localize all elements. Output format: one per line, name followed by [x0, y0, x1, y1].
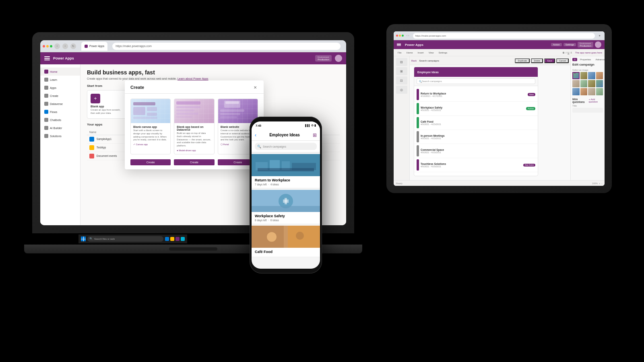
tablet-hamburger-icon[interactable] — [397, 43, 401, 46]
sidebar-item-learn[interactable]: Learn — [40, 76, 80, 84]
align-btn[interactable]: ≡ — [570, 51, 572, 54]
back-label[interactable]: Back — [411, 60, 417, 62]
sidebar-item-chatbots[interactable]: Chatbots — [40, 116, 80, 124]
learn-more-link[interactable]: Learn about Power Apps — [178, 77, 208, 80]
dialog-option-dataverse[interactable]: Blank app based on Dataverse Build an ap… — [174, 99, 214, 154]
tablet-settings-tab[interactable]: Settings — [564, 43, 576, 46]
italic-btn[interactable]: I — [566, 51, 566, 54]
sidebar-item-solutions[interactable]: Solutions — [40, 132, 80, 140]
panel-tab-properties[interactable]: Properties — [578, 58, 592, 61]
phone-card-safety[interactable]: Workplace Safety 8 days left · 6 ideas — [252, 190, 320, 224]
browser-minimize-dot[interactable] — [46, 45, 49, 47]
campaign-item-4[interactable]: In-person Meetings 4/5/2021 - 4/15/2021 — [414, 130, 538, 144]
img-cell-6[interactable] — [580, 80, 588, 87]
search-campaigns-input[interactable]: Search campaigns — [419, 60, 439, 62]
browser-close-dot[interactable] — [43, 45, 45, 47]
tablet-maximize-dot[interactable] — [402, 35, 404, 37]
app-name-link[interactable]: The app name goes here — [575, 51, 602, 54]
campaign-item-3[interactable]: Café Food 4/5/2021 - 4/15/2021 — [414, 116, 538, 130]
tree-view-btn[interactable]: ⊟ — [396, 58, 407, 66]
img-cell-4[interactable] — [596, 72, 603, 79]
components-btn[interactable]: ⊞ — [396, 67, 407, 75]
add-question-button[interactable]: + Add question — [589, 98, 603, 103]
browser-tab[interactable]: Power Apps — [81, 42, 107, 51]
panel-tab-s[interactable]: S — [572, 58, 577, 61]
browser-maximize-dot[interactable] — [50, 45, 52, 47]
browser-back-btn[interactable]: ‹ — [54, 43, 60, 49]
phone-card-workplace[interactable]: Return to Workplace 7 days left · 4 idea… — [252, 154, 320, 188]
taskbar-search[interactable]: 🔍 Search files or web — [87, 236, 163, 242]
user-avatar[interactable] — [335, 55, 342, 62]
tablet-address-bar[interactable]: https://make.powerapps.com — [413, 33, 595, 39]
duplicate-button[interactable]: Duplicate — [515, 58, 530, 63]
img-cell-11[interactable] — [588, 88, 595, 95]
browser-refresh-btn[interactable]: ↻ — [70, 43, 76, 49]
taskbar-mail-icon[interactable] — [181, 237, 185, 241]
phone-card-cafe[interactable]: Café Food — [252, 226, 320, 257]
phone-search-input[interactable]: 🔍 Search campaigns — [255, 143, 317, 150]
tablet-close-dot[interactable] — [396, 35, 398, 37]
sidebar-item-home[interactable]: Home — [40, 68, 80, 76]
dialog-close-button[interactable]: ✕ — [252, 84, 258, 90]
save-button[interactable]: Save — [544, 58, 555, 63]
taskbar-edge-icon[interactable] — [165, 237, 169, 241]
settings-btn2[interactable]: Settings — [437, 51, 449, 54]
canvas-create-button[interactable]: Create — [130, 159, 171, 165]
sidebar-item-apps[interactable]: Apps — [40, 84, 80, 92]
view-btn[interactable]: View — [427, 51, 436, 54]
campaign-item-1[interactable]: Return to Workplace 4/10/2021 - 4/17/202… — [414, 88, 538, 102]
phone-filter-icon[interactable]: ⊞ — [313, 132, 317, 138]
img-cell-10[interactable] — [580, 88, 588, 95]
phone-back-button[interactable]: ‹ — [255, 132, 256, 138]
taskbar-teams-icon[interactable] — [175, 237, 180, 241]
search-icon: 🔍 — [257, 145, 261, 148]
title-field-input[interactable] — [572, 108, 603, 113]
data-btn[interactable]: ⊡ — [396, 76, 407, 84]
img-cell-3[interactable] — [588, 72, 595, 79]
taskbar-explorer-icon[interactable] — [170, 237, 174, 241]
img-cell-1[interactable] — [572, 72, 580, 79]
blank-app-card[interactable]: + Blank app Create an app from scratch, … — [87, 90, 127, 119]
img-cell-7[interactable] — [588, 80, 595, 87]
zoom-in-btn[interactable]: + — [599, 182, 600, 185]
insert-btn[interactable]: Insert — [416, 51, 425, 54]
hamburger-menu-icon[interactable] — [44, 56, 50, 60]
panel-tab-advanced[interactable]: Advanced — [594, 58, 605, 61]
page-subtitle: Create apps that connect to your data an… — [87, 77, 340, 80]
sidebar-learn-label: Learn — [50, 78, 57, 81]
windows-start-button[interactable] — [81, 237, 86, 241]
img-cell-8[interactable] — [596, 80, 603, 87]
img-cell-12[interactable] — [596, 88, 603, 95]
theme-btn[interactable]: ◎ — [396, 86, 407, 94]
campaign-item-5[interactable]: Commercial Space 4/5/2021 - 4/15/2021 — [414, 144, 538, 158]
img-cell-5[interactable] — [572, 80, 580, 87]
sidebar-item-create[interactable]: Create — [40, 92, 80, 100]
sidebar-item-flows[interactable]: Flows — [40, 108, 80, 116]
img-cell-9[interactable] — [572, 88, 580, 95]
tablet-env-badge[interactable]: Environment Production — [578, 42, 593, 47]
bold-btn[interactable]: B — [563, 51, 564, 54]
delete-button[interactable]: Delete — [531, 58, 543, 63]
campaign-item-6[interactable]: Touchless Solutions 4/5/2021 - 4/15/2021… — [414, 158, 538, 172]
browser-forward-btn[interactable]: › — [62, 43, 68, 49]
underline-btn[interactable]: U — [568, 51, 569, 54]
sidebar-item-dataverse[interactable]: Dataverse — [40, 100, 80, 108]
sidebar-item-ai-builder[interactable]: AI Builder — [40, 124, 80, 132]
dialog-option-canvas[interactable]: Blank canvas app Start with a blank scre… — [130, 99, 171, 154]
img-cell-2[interactable] — [580, 72, 588, 79]
zoom-out-btn[interactable]: - — [601, 182, 602, 185]
tablet-user-avatar[interactable] — [595, 41, 601, 48]
tablet-minimize-dot[interactable] — [399, 35, 401, 37]
home-btn[interactable]: Home — [405, 51, 415, 54]
tablet-browser-avatar[interactable]: ● — [599, 34, 601, 37]
cancel-button[interactable]: Cancel — [556, 58, 569, 63]
svg-rect-5 — [258, 168, 314, 171]
tablet-action-tab[interactable]: Action — [551, 43, 562, 46]
campaign-search-box[interactable]: 🔍 Search campaigns — [417, 78, 535, 84]
dataverse-create-button[interactable]: Create — [174, 159, 214, 165]
tablet-env-name: Production — [580, 45, 591, 47]
campaign-item-2[interactable]: Workplace Safety 4/5/2021 - 4/15/2021 Ac… — [414, 102, 538, 116]
environment-badge[interactable]: Environment Production — [315, 55, 332, 62]
browser-address-bar[interactable]: https://make.powerapps.com — [112, 43, 341, 50]
file-btn[interactable]: File — [396, 51, 403, 54]
